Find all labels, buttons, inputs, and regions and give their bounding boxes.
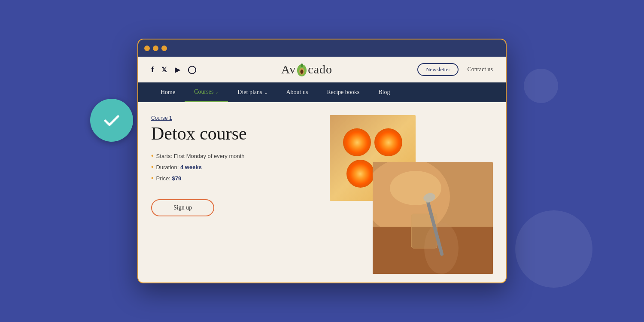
logo-text-cado: cado xyxy=(308,63,332,76)
browser-chrome xyxy=(138,39,506,57)
facebook-icon[interactable]: f xyxy=(151,65,154,74)
nav-recipe-books[interactable]: Recipe books xyxy=(317,82,369,102)
svg-point-2 xyxy=(301,70,304,74)
contact-link[interactable]: Contact us xyxy=(467,66,493,73)
hand-spoon-illustration xyxy=(373,162,493,274)
detail-duration: • Duration: 4 weeks xyxy=(151,163,321,171)
course-title: Detox course xyxy=(151,124,321,143)
traffic-dot-green[interactable] xyxy=(161,46,167,51)
main-content: Course 1 Detox course • Starts: First Mo… xyxy=(138,102,506,281)
nav-courses[interactable]: Courses ⌄ xyxy=(185,82,228,102)
bullet-icon: • xyxy=(151,152,154,160)
social-icons: f 𝕏 ▶ ◯ xyxy=(151,65,196,74)
nav-blog[interactable]: Blog xyxy=(369,82,399,102)
signup-button[interactable]: Sign up xyxy=(151,199,214,216)
orange-slice-3 xyxy=(346,160,374,188)
site-logo[interactable]: Av cado xyxy=(281,63,332,76)
youtube-icon[interactable]: ▶ xyxy=(175,66,180,74)
logo-text-av: Av xyxy=(281,63,296,76)
instagram-icon[interactable]: ◯ xyxy=(188,65,196,74)
detail-starts: • Starts: First Monday of every month xyxy=(151,152,321,160)
bullet-icon: • xyxy=(151,163,154,171)
browser-window: f 𝕏 ▶ ◯ Av cado Newsletter Contact us Ho… xyxy=(137,39,507,283)
newsletter-button[interactable]: Newsletter xyxy=(417,63,459,76)
svg-point-3 xyxy=(301,64,303,67)
nav-about-us[interactable]: About us xyxy=(277,82,318,102)
course-label[interactable]: Course 1 xyxy=(151,115,321,121)
orange-slice-2 xyxy=(374,128,402,156)
content-right xyxy=(330,115,493,281)
navbar: Home Courses ⌄ Diet plans ⌄ About us Rec… xyxy=(138,82,506,102)
svg-point-11 xyxy=(390,171,441,205)
site-header: f 𝕏 ▶ ◯ Av cado Newsletter Contact us xyxy=(138,57,506,82)
courses-chevron-icon: ⌄ xyxy=(215,90,219,94)
bullet-icon: • xyxy=(151,174,154,182)
content-left: Course 1 Detox course • Starts: First Mo… xyxy=(151,115,321,281)
nav-home[interactable]: Home xyxy=(151,82,185,102)
bg-circle-small xyxy=(524,69,558,103)
hand-spoon-image xyxy=(373,162,493,274)
nav-diet-plans[interactable]: Diet plans ⌄ xyxy=(228,82,276,102)
header-right: Newsletter Contact us xyxy=(417,63,493,76)
twitter-icon[interactable]: 𝕏 xyxy=(161,66,167,74)
orange-slice-1 xyxy=(343,128,371,156)
course-details: • Starts: First Monday of every month • … xyxy=(151,152,321,182)
diet-plans-chevron-icon: ⌄ xyxy=(264,90,267,95)
traffic-dot-yellow[interactable] xyxy=(153,46,158,51)
traffic-dot-red[interactable] xyxy=(144,46,150,51)
bg-circle-large xyxy=(515,210,592,288)
detail-price: • Price: $79 xyxy=(151,174,321,182)
avocado-logo-icon xyxy=(296,63,308,76)
checkmark-badge xyxy=(90,99,133,142)
